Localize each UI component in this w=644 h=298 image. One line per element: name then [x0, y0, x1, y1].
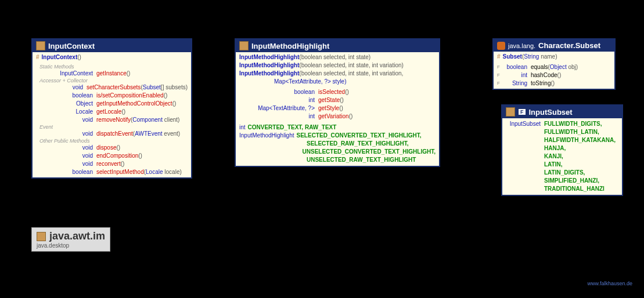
method-row: voiddispose() — [36, 144, 188, 152]
field-row: TRADITIONAL_HANZI — [506, 185, 618, 193]
method-name: reconvert — [96, 160, 121, 168]
constructor-section: #InputContext() — [33, 52, 191, 63]
method-params: () — [340, 96, 344, 104]
method-name: hashCode — [531, 71, 557, 79]
method-name: getStyle — [318, 104, 339, 112]
section-label: Accessor + Collector — [36, 78, 188, 83]
class-title: InputSubset — [529, 108, 573, 117]
method-row: intgetVariation() — [239, 112, 436, 121]
constructor-row: InputMethodHighlight (boolean selected, … — [239, 61, 436, 70]
field-row: InputMethodHighlightSELECTED_CONVERTED_T… — [239, 132, 436, 140]
section-label: Static Methods — [36, 64, 188, 70]
field-name: LATIN, — [544, 161, 562, 169]
field-row: UNSELECTED_CONVERTED_TEXT_HIGHLIGHT, — [239, 148, 436, 156]
return-type: boolean — [36, 168, 96, 176]
method-row: voidreconvert() — [36, 160, 188, 168]
class-icon — [239, 41, 249, 50]
method-name: is/setCompositionEnabled — [96, 92, 164, 100]
return-type: InputContext — [36, 70, 96, 78]
field-row: InputSubsetFULLWIDTH_DIGITS, — [506, 120, 618, 128]
field-name: FULLWIDTH_LATIN, — [544, 128, 599, 136]
return-type: boolean — [502, 63, 531, 71]
constructor-params: () — [77, 53, 81, 61]
final-marker: F — [497, 79, 502, 88]
footer-link[interactable]: www.falkhausen.de — [587, 281, 632, 286]
class-icon — [506, 107, 515, 117]
method-row: intgetState() — [239, 96, 436, 104]
final-marker: F — [497, 63, 502, 71]
constructor-params: (String name) — [522, 53, 557, 61]
method-params: () — [349, 112, 353, 121]
method-row: voidendComposition() — [36, 152, 188, 160]
return-type: int — [502, 71, 531, 79]
method-name: getInstance — [96, 70, 127, 78]
field-name: KANJI, — [544, 152, 563, 161]
module-name: java.desktop — [37, 242, 105, 249]
field-name: CONVERTED_TEXT, RAW_TEXT — [248, 123, 337, 132]
method-name: equals — [531, 63, 548, 71]
constructor-name: InputMethodHighlight — [239, 70, 299, 78]
field-row: SELECTED_RAW_TEXT_HIGHLIGHT, — [239, 140, 436, 148]
method-params: () — [164, 92, 168, 100]
method-name: getState — [318, 96, 340, 104]
method-params: (Subset[] subsets) — [141, 83, 188, 92]
method-name: dispose — [96, 144, 116, 152]
section-label: Other Public Methods — [36, 138, 188, 144]
field-row: KANJI, — [506, 152, 618, 161]
field-name: LATIN_DIGITS, — [544, 169, 585, 177]
field-row: FULLWIDTH_LATIN, — [506, 128, 618, 136]
field-type: InputSubset — [506, 120, 544, 128]
class-title: Character.Subset — [538, 41, 600, 50]
constructor-name: Subset — [503, 53, 522, 61]
package-icon — [37, 232, 46, 241]
field-row: LATIN, — [506, 161, 618, 169]
class-icon — [36, 41, 45, 50]
field-name: HALFWIDTH_KATAKANA, — [544, 136, 616, 144]
return-type: void — [36, 144, 96, 152]
visibility-marker: # — [497, 53, 503, 61]
field-type: InputMethodHighlight — [239, 132, 297, 140]
method-row: booleanisSelected() — [239, 88, 436, 96]
method-params: () — [127, 70, 131, 78]
return-type: void — [36, 116, 96, 124]
field-name: TRADITIONAL_HANZI — [544, 185, 605, 193]
class-header: FInputSubset — [502, 106, 622, 118]
return-type: void — [36, 152, 96, 160]
field-name: UNSELECTED_RAW_TEXT_HIGHLIGHT — [307, 156, 416, 164]
method-name: removeNotify — [96, 116, 131, 124]
constructor-row: #Subset (String name) — [497, 53, 611, 61]
method-name: getVariation — [318, 112, 349, 121]
method-params: (Component client) — [131, 116, 180, 124]
method-name: setCharacterSubsets — [87, 83, 141, 92]
constructor-name: InputMethodHighlight — [239, 61, 299, 70]
method-row: booleanselectInputMethod (Locale locale) — [36, 168, 188, 176]
method-row: ObjectgetInputMethodControlObject() — [36, 100, 188, 108]
method-params: () — [339, 104, 343, 112]
field-row: UNSELECTED_RAW_TEXT_HIGHLIGHT — [239, 156, 436, 164]
method-row: FinthashCode() — [497, 71, 611, 79]
section-label: Event — [36, 124, 188, 130]
package-title: java.awt.im — [49, 230, 105, 242]
field-row: SIMPLIFIED_HANZI, — [506, 177, 618, 185]
return-type: String — [502, 79, 531, 88]
field-name: FULLWIDTH_DIGITS, — [544, 120, 602, 128]
method-params: () — [121, 160, 125, 168]
constructor-row-cont: Map<TextAttribute, ?> style) — [239, 78, 436, 86]
return-type: void — [36, 130, 96, 138]
constructor-params: (boolean selected, int state, int variat… — [299, 70, 403, 78]
constructor-row: InputMethodHighlight (boolean selected, … — [239, 70, 436, 78]
method-row: voiddispatchEvent (AWTEvent event) — [36, 130, 188, 138]
return-type: void — [36, 83, 87, 92]
class-box-inputcontext: InputContext #InputContext() Static Meth… — [31, 38, 192, 179]
final-marker: F — [497, 71, 502, 79]
class-header: InputContext — [33, 39, 191, 52]
class-title: InputContext — [48, 42, 95, 50]
param-type: Map<TextAttribute, ?> style) — [274, 78, 347, 85]
field-row: HANJA, — [506, 144, 618, 152]
field-name: HANJA, — [544, 144, 566, 152]
return-type: Map<TextAttribute, ?> — [239, 104, 318, 112]
class-header: InputMethodHighlight — [236, 39, 439, 52]
return-type: int — [239, 96, 318, 104]
method-params: (Locale locale) — [144, 168, 182, 176]
package-prefix: java.lang. — [508, 42, 535, 49]
